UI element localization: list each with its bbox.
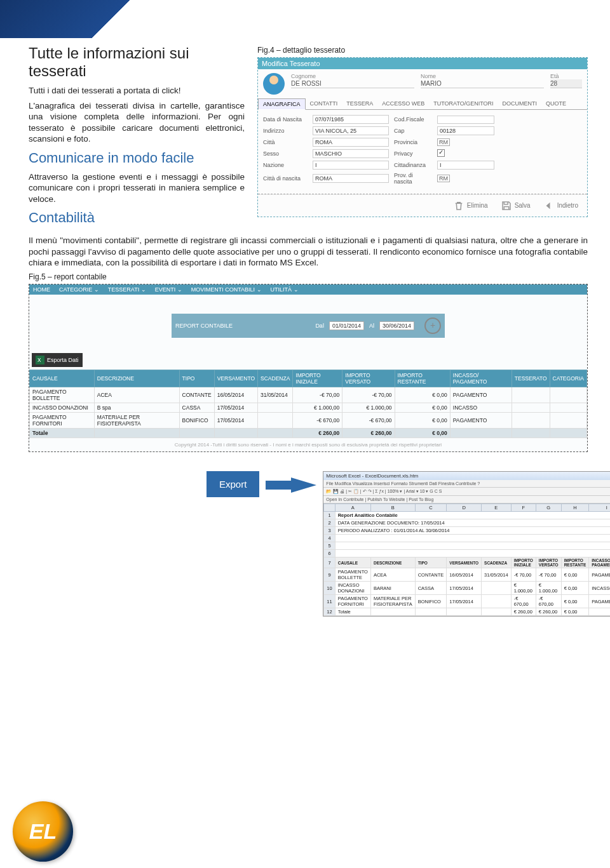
report-filter-bar: REPORT CONTABILE Dal 01/01/2014 Al 30/06… [172, 314, 445, 338]
paragraph: Tutti i dati dei tesserati a portata di … [29, 85, 245, 97]
paragraph: Attraverso la gestione eventi e i messag… [29, 171, 245, 205]
tab-tutorato[interactable]: TUTORATO/GENITORI [429, 98, 498, 109]
esporta-dati-button[interactable]: X Esporta Dati [32, 353, 83, 367]
report-header: IMPORTO RESTANTE [395, 370, 450, 387]
figure4-caption: Fig.4 – dettaglio tesserato [257, 46, 588, 55]
provincia-field[interactable]: RM [437, 138, 450, 146]
dialog-title: Modifica Tesserato [258, 58, 587, 69]
report-header: TESSERATO [512, 370, 550, 387]
report-header: TIPO [179, 370, 214, 387]
cf-field[interactable] [437, 116, 494, 124]
citta-label: Città [263, 139, 308, 145]
arrow-head-icon [291, 477, 316, 493]
figure5-report: HOME CATEGORIE ⌄ TESSERATI ⌄ EVENTI ⌄ MO… [29, 284, 588, 452]
nav-utilita[interactable]: UTILITÀ ⌄ [271, 286, 299, 293]
tab-documenti[interactable]: DOCUMENTI [498, 98, 542, 109]
cittadinanza-field[interactable]: I [437, 161, 494, 170]
excel-sheet: ABCDEFGHIJK 1Report Analitico Contabile … [323, 504, 610, 616]
copyright-text: Copyright 2014 -Tutti i diritti sono ris… [29, 438, 587, 451]
figure4-dialog: Modifica Tesserato CognomeDE ROSSI NomeM… [257, 57, 588, 217]
nazione-field[interactable]: I [313, 161, 389, 170]
report-header: VERSAMENTO [214, 370, 257, 387]
prov-nascita-field[interactable]: RM [437, 175, 450, 182]
cap-label: Cap [394, 128, 432, 134]
back-arrow-icon [543, 200, 555, 211]
totale-row: Totale€ 260,00€ 260,00€ 0,00 [30, 429, 587, 438]
dal-label: Dal [315, 323, 324, 329]
citta-nascita-field[interactable]: ROMA [313, 174, 389, 183]
report-header: DESCRIZIONE [94, 370, 179, 387]
report-header: CAUSALE [30, 370, 95, 387]
dob-field[interactable]: 07/07/1985 [313, 115, 389, 124]
sesso-label: Sesso [263, 150, 308, 157]
excel-menu: File Modifica Visualizza Inserisci Forma… [323, 480, 610, 488]
cittadinanza-label: Cittadinanza [394, 162, 432, 168]
nav-tesserati[interactable]: TESSERATI ⌄ [108, 286, 146, 293]
app-nav: HOME CATEGORIE ⌄ TESSERATI ⌄ EVENTI ⌄ MO… [29, 284, 587, 295]
save-icon [501, 200, 512, 211]
dob-label: Data di Nascita [263, 116, 308, 123]
trash-icon [453, 200, 464, 211]
citta-nascita-label: Città di nascita [263, 175, 308, 182]
tab-contatti[interactable]: CONTATTI [306, 98, 342, 109]
section-heading-comunicare: Comunicare in modo facile [29, 150, 245, 166]
privacy-checkbox[interactable] [437, 149, 445, 157]
export-button[interactable]: Export [207, 471, 259, 497]
indietro-button[interactable]: Indietro [543, 200, 578, 211]
section-heading-tesserati: Tutte le informazioni sui tesserati [29, 44, 245, 80]
tab-quote[interactable]: QUOTE [541, 98, 571, 109]
avatar-icon [263, 73, 285, 95]
al-label: Al [369, 323, 374, 329]
citta-field[interactable]: ROMA [313, 138, 389, 147]
table-row: INCASSO DONAZIONIB spaCASSA17/05/2014€ 1… [30, 403, 587, 413]
cognome-label: Cognome [291, 73, 414, 79]
paragraph: L'anagrafica dei tesserati divisa in car… [29, 100, 245, 145]
report-header: IMPORTO INIZIALE [293, 370, 342, 387]
privacy-label: Privacy [394, 150, 432, 157]
report-header: CATEGORIA [550, 370, 587, 387]
report-header: SCADENZA [258, 370, 293, 387]
cf-label: Cod.Fiscale [394, 116, 432, 123]
tab-anagrafica[interactable]: ANAGRAFICA [258, 98, 306, 110]
section-heading-contabilita: Contabilità [29, 210, 245, 226]
sesso-field[interactable]: MASCHIO [313, 149, 389, 158]
nav-eventi[interactable]: EVENTI ⌄ [155, 286, 182, 293]
nazione-label: Nazione [263, 162, 308, 168]
eta-label: Età [550, 73, 582, 79]
indirizzo-label: Indirizzo [263, 128, 308, 134]
arrow-icon [266, 481, 291, 490]
tab-tessera[interactable]: TESSERA [342, 98, 377, 109]
report-title: REPORT CONTABILE [175, 323, 310, 329]
excel-icon: X [36, 356, 44, 364]
report-table: CAUSALEDESCRIZIONETIPOVERSAMENTOSCADENZA… [29, 370, 587, 438]
tab-accesso-web[interactable]: ACCESSO WEB [377, 98, 429, 109]
elimina-button[interactable]: Elimina [453, 200, 488, 211]
report-header: INCASSO/ PAGAMENTO [450, 370, 512, 387]
tab-bar: ANAGRAFICA CONTATTI TESSERA ACCESSO WEB … [258, 98, 587, 110]
cap-field[interactable]: 00128 [437, 126, 494, 135]
eta-field: 28 [550, 79, 582, 88]
nav-home[interactable]: HOME [33, 286, 50, 293]
al-field[interactable]: 30/06/2014 [379, 321, 414, 330]
contabilita-paragraph: Il menù "movimenti contabili", permette … [29, 235, 588, 269]
table-row: PAGAMENTO FORNITORIMATERIALE PER FISIOTE… [30, 413, 587, 429]
nome-label: Nome [421, 73, 544, 79]
provincia-label: Provincia [394, 139, 432, 145]
indirizzo-field[interactable]: VIA NICOLA, 25 [313, 126, 389, 135]
dal-field[interactable]: 01/01/2014 [329, 321, 364, 330]
nav-movimenti[interactable]: MOVIMENTI CONTABILI ⌄ [191, 286, 262, 293]
report-header: IMPORTO VERSATO [342, 370, 395, 387]
nome-field[interactable]: MARIO [421, 79, 544, 88]
svg-text:X: X [37, 357, 41, 363]
cognome-field[interactable]: DE ROSSI [291, 79, 414, 88]
table-row: PAGAMENTO BOLLETTEACEACONTANTE16/05/2014… [30, 387, 587, 403]
prov-nascita-label: Prov. di nascita [394, 172, 432, 185]
excel-window: Microsoft Excel - ExcelDocument.xls.htm … [323, 471, 610, 617]
salva-button[interactable]: Salva [501, 200, 531, 211]
excel-toolbar-icons: 📂 💾 🖨 | ✂ 📋 | ↶ ↷ | Σ ƒx | 100% ▾ | Aria… [323, 488, 610, 496]
nav-categorie[interactable]: CATEGORIE ⌄ [59, 286, 99, 293]
excel-toolbar-2: Open In Contribute | Publish To Website … [323, 496, 610, 504]
figure5-caption: Fig.5 – report contabile [29, 272, 588, 281]
logo-badge: EL [13, 801, 73, 862]
zoom-icon[interactable] [424, 317, 441, 334]
